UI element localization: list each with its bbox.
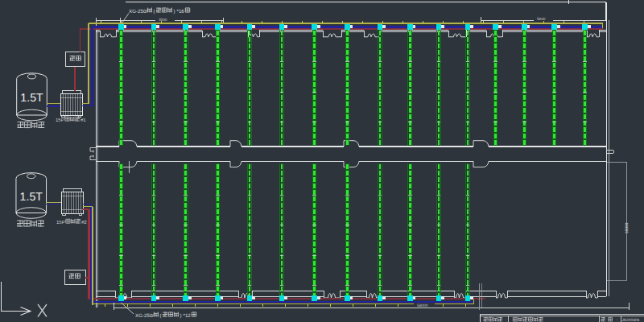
svg-text::: : [506,318,507,322]
svg-text:*16: *16 [177,9,185,14]
svg-text:*12: *12 [184,313,192,319]
svg-text::: : [617,318,618,322]
svg-text:(: ( [160,313,162,319]
svg-text:#1: #1 [80,118,86,123]
svg-text:XG-250/: XG-250/ [135,313,154,319]
svg-text:3500: 3500 [159,18,167,22]
svg-text:56000: 56000 [417,303,428,308]
svg-text:5600: 5600 [537,17,546,21]
svg-text:15P: 15P [56,220,65,225]
svg-text:JK200306: JK200306 [622,318,640,322]
svg-text:1.5T: 1.5T [20,191,43,204]
svg-text:35000: 35000 [625,222,630,233]
svg-text:): ) [174,9,175,14]
svg-text:15P: 15P [56,118,64,123]
svg-text:#2: #2 [81,220,87,225]
svg-text:1.5T: 1.5T [20,92,43,105]
svg-text:(: ( [154,9,155,14]
svg-text:XG-250/: XG-250/ [129,9,147,14]
svg-text:): ) [180,313,182,319]
